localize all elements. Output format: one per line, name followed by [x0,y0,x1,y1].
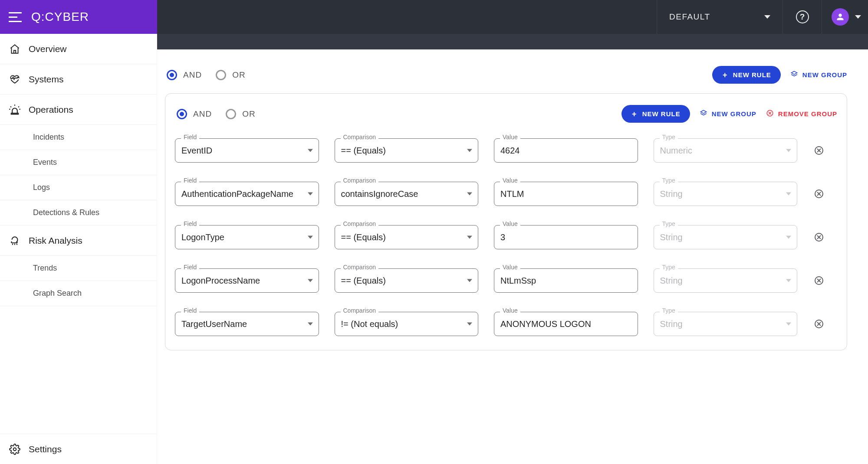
new-group-button[interactable]: NEW GROUP [790,70,847,79]
sidebar-item-overview[interactable]: Overview [0,34,157,64]
remove-rule-button[interactable] [813,274,825,287]
field-label: Value [500,264,520,271]
rule-comparison-select[interactable]: Comparison == (Equals) [335,138,479,163]
rule-value-input[interactable] [494,225,638,249]
rule-comparison-select[interactable]: Comparison containsIgnoreCase [335,182,479,206]
rule-field-select[interactable]: Field TargetUserName [175,312,319,336]
radio-label: AND [183,70,202,80]
remove-group-button[interactable]: REMOVE GROUP [766,109,837,118]
app-header: Q:CYBER DEFAULT ? [0,0,868,34]
sidebar-item-label: Incidents [33,133,64,142]
rule-type-select[interactable]: Type String [654,182,798,206]
remove-rule-button[interactable] [813,188,825,200]
field-label: Comparison [341,134,378,141]
comparison-value: == (Equals) [335,268,479,293]
sidebar-item-settings[interactable]: Settings [0,434,157,464]
rule-field-select[interactable]: Field LogonProcessName [175,268,319,293]
radio-label: OR [242,109,256,119]
field-label: Value [500,307,520,314]
rule-row: Field TargetUserName Comparison != (Not … [175,312,837,336]
sidebar-item-graph-search[interactable]: Graph Search [0,281,157,306]
outer-group-actions: + NEW RULE NEW GROUP [712,66,847,84]
help-button[interactable]: ? [783,0,822,34]
type-value: String [654,182,798,206]
new-rule-button[interactable]: + NEW RULE [621,105,690,123]
menu-icon[interactable] [9,9,24,25]
layers-icon [790,70,798,79]
rule-row: Field EventID Comparison == (Equals) Val… [175,138,837,163]
sidebar-item-trends[interactable]: Trends [0,256,157,281]
button-label: NEW RULE [733,71,771,78]
sidebar-item-operations[interactable]: Operations [0,95,157,125]
avatar [832,8,849,26]
new-rule-button[interactable]: + NEW RULE [712,66,781,84]
rule-type-select[interactable]: Type String [654,312,798,336]
field-label: Comparison [341,177,378,184]
remove-circle-icon [766,109,774,118]
inner-radio-and[interactable]: AND [177,109,212,119]
radio-label: AND [193,109,212,119]
chevron-down-icon [467,236,472,239]
rule-comparison-select[interactable]: Comparison != (Not equals) [335,312,479,336]
chevron-down-icon [308,149,313,152]
chevron-down-icon [308,323,313,326]
field-value: EventID [175,138,319,163]
plus-icon: + [631,111,638,118]
rule-value-input[interactable] [494,138,638,163]
field-value: LogonType [175,225,319,249]
inner-group-header: AND OR + NEW RULE [175,100,837,131]
rule-field-select[interactable]: Field EventID [175,138,319,163]
svg-point-0 [13,448,16,451]
sidebar-item-events[interactable]: Events [0,150,157,175]
sidebar-item-label: Logs [33,183,50,192]
home-icon [9,43,21,55]
heartbeat-icon [9,73,21,85]
field-label: Value [500,177,520,184]
sidebar-item-label: Graph Search [33,289,82,298]
rule-value-input[interactable] [494,182,638,206]
outer-group-header: AND OR + NEW RULE [165,58,847,93]
chevron-down-icon [786,279,791,282]
tenant-label: DEFAULT [669,12,710,22]
remove-rule-button[interactable] [813,144,825,157]
sidebar-item-label: Detections & Rules [33,208,99,217]
outer-radio-or[interactable]: OR [216,70,246,80]
rule-row: Field AuthenticationPackageName Comparis… [175,182,837,206]
field-label: Field [181,307,199,314]
new-group-button[interactable]: NEW GROUP [700,109,756,118]
sidebar-item-logs[interactable]: Logs [0,175,157,200]
sidebar-item-label: Systems [29,74,64,85]
rule-field-select[interactable]: Field AuthenticationPackageName [175,182,319,206]
rule-value-input[interactable] [494,268,638,293]
outer-radio-and[interactable]: AND [167,70,202,80]
remove-rule-button[interactable] [813,231,825,243]
button-label: NEW GROUP [802,71,847,78]
remove-rule-button[interactable] [813,318,825,330]
siren-icon [9,104,21,116]
tenant-selector[interactable]: DEFAULT [657,0,783,34]
sidebar-item-risk-analysis[interactable]: Risk Analysis [0,225,157,256]
sidebar-item-label: Overview [29,44,67,54]
sidebar-item-systems[interactable]: Systems [0,64,157,95]
main-content: AND OR + NEW RULE [157,34,868,464]
rule-type-select[interactable]: Type String [654,268,798,293]
rule-type-select[interactable]: Type Numeric [654,138,798,163]
radio-label: OR [232,70,246,80]
field-label: Value [500,134,520,141]
rule-field-select[interactable]: Field LogonType [175,225,319,249]
user-menu[interactable] [822,0,868,34]
rule-comparison-select[interactable]: Comparison == (Equals) [335,225,479,249]
field-label: Type [660,134,678,141]
app-logo: Q:CYBER [31,10,89,24]
field-label: Comparison [341,220,378,227]
sidebar-item-incidents[interactable]: Incidents [0,125,157,150]
sidebar-item-detections[interactable]: Detections & Rules [0,200,157,225]
risk-icon [9,235,21,247]
rule-type-select[interactable]: Type String [654,225,798,249]
inner-radio-or[interactable]: OR [226,109,256,119]
rule-value-input[interactable] [494,312,638,336]
rule-comparison-select[interactable]: Comparison == (Equals) [335,268,479,293]
type-value: String [654,268,798,293]
field-label: Field [181,220,199,227]
sidebar-item-label: Settings [29,444,62,454]
